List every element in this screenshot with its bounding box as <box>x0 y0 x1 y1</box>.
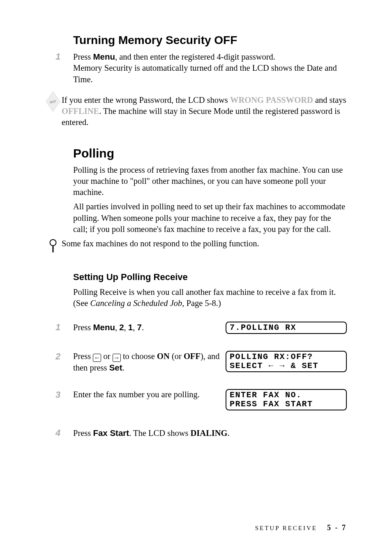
text: Press <box>73 52 93 61</box>
step-number: 1 <box>55 51 73 62</box>
lcd-text-dialing: DIALING <box>191 429 228 438</box>
polling-paragraph-1: Polling is the process of retrieving fax… <box>73 164 347 198</box>
text: . The LCD shows <box>129 429 190 438</box>
step-2: 2 Press ← or → to choose ON (or OFF), an… <box>55 351 347 380</box>
step-4: 4 Press Fax Start. The LCD shows DIALING… <box>55 427 347 439</box>
note-icon-label: Note <box>50 99 56 104</box>
text: Memory Security is automatically turned … <box>73 63 337 83</box>
arrow-right-icon: → <box>113 354 121 362</box>
text: . <box>228 429 230 438</box>
text: Press <box>73 352 93 361</box>
lcd-column: POLLING RX:OFF? SELECT ← → & SET <box>226 351 347 380</box>
lcd-column: ENTER FAX NO. PRESS FAX START <box>226 389 347 418</box>
footer-page-number: 5 - 7 <box>327 524 347 532</box>
step-body: Press ← or → to choose ON (or OFF), and … <box>73 351 226 374</box>
lcd-display-2: POLLING RX:OFF? SELECT ← → & SET <box>226 351 347 372</box>
lcd-display-1: 7.POLLING RX <box>226 322 347 334</box>
text: to choose <box>121 352 157 361</box>
text: , Page 5-8.) <box>182 299 221 308</box>
step-body: Press Menu, 2, 1, 7. <box>73 322 226 333</box>
key-7: 7 <box>137 322 142 332</box>
polling-tip: Some fax machines do not respond to the … <box>55 238 347 254</box>
text: Press <box>73 429 93 438</box>
text: or <box>101 352 112 361</box>
lcd-display-3: ENTER FAX NO. PRESS FAX START <box>226 389 347 410</box>
text: , <box>133 323 137 332</box>
text: (or <box>170 352 184 361</box>
tip-body: Some fax machines do not respond to the … <box>62 238 347 249</box>
note-wrong-password: Note If you enter the wrong Password, th… <box>55 95 347 128</box>
heading-memory-security-off: Turning Memory Security OFF <box>73 34 347 47</box>
note-icon: Note <box>46 91 60 112</box>
svg-point-1 <box>51 241 53 243</box>
step-number: 1 <box>55 322 73 333</box>
svg-rect-2 <box>52 246 53 253</box>
polling-receive-intro: Polling Receive is when you call another… <box>73 287 347 309</box>
text: If you enter the wrong Password, the LCD… <box>62 95 230 104</box>
menu-key: Menu <box>93 52 115 61</box>
menu-key: Menu <box>93 322 115 332</box>
text: . <box>122 363 125 372</box>
step-number: 4 <box>55 427 73 438</box>
lcd-column: 7.POLLING RX <box>226 322 347 341</box>
key-2: 2 <box>119 322 124 332</box>
note-icon-col: Note <box>44 95 62 108</box>
cross-ref: Canceling a Scheduled Job <box>90 299 182 308</box>
text: . <box>142 323 144 332</box>
text: , and then enter the registered 4-digit … <box>115 52 275 61</box>
step-number: 2 <box>55 351 73 362</box>
step-1: 1 Press Menu, 2, 1, 7. 7.POLLING RX <box>55 322 347 341</box>
step-body: Press Menu, and then enter the registere… <box>73 51 347 85</box>
step-3: 3 Enter the fax number you are polling. … <box>55 389 347 418</box>
option-on: ON <box>157 352 170 361</box>
lcd-text-offline: OFFLINE <box>62 107 99 116</box>
text: Press <box>73 323 93 332</box>
lcd-text-wrong-password: WRONG PASSWORD <box>230 95 313 104</box>
arrow-left-icon: ← <box>93 354 101 362</box>
footer-section: SETUP RECEIVE <box>255 525 317 532</box>
text: . The machine will stay in Secure Mode u… <box>62 107 340 127</box>
text: , <box>115 323 119 332</box>
text: , <box>124 323 128 332</box>
magnifier-icon <box>49 239 57 254</box>
svg-point-0 <box>50 240 56 246</box>
page-footer: SETUP RECEIVE 5 - 7 <box>255 524 347 532</box>
fax-start-key: Fax Start <box>93 428 129 438</box>
heading-polling: Polling <box>73 146 347 160</box>
note-body: If you enter the wrong Password, the LCD… <box>62 95 347 128</box>
step-body: Enter the fax number you are polling. <box>73 389 226 400</box>
step-body: Press Fax Start. The LCD shows DIALING. <box>73 427 347 439</box>
set-key: Set <box>109 363 122 372</box>
tip-icon-col <box>44 238 62 254</box>
key-1: 1 <box>128 322 133 332</box>
text: and stays <box>313 95 346 104</box>
polling-paragraph-2: All parties involved in polling need to … <box>73 201 347 235</box>
option-off: OFF <box>184 352 201 361</box>
step-number: 3 <box>55 389 73 400</box>
heading-setting-up-polling-receive: Setting Up Polling Receive <box>73 272 347 283</box>
security-step-1: 1 Press Menu, and then enter the registe… <box>55 51 347 85</box>
